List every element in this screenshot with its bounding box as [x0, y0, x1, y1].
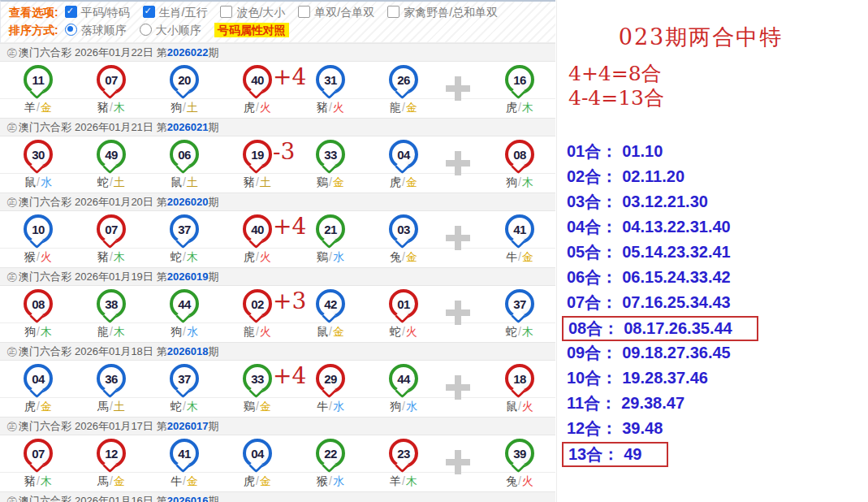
ball-number: 07 — [32, 447, 45, 461]
lottery-ball: 07 — [24, 439, 53, 468]
lottery-ball: 16 — [505, 65, 534, 94]
combo-text: 01合：01.10 — [562, 141, 667, 162]
checkbox-option[interactable]: 家禽野兽/总和单双 — [387, 6, 498, 19]
combo-item: 11合：29.38.47 — [562, 392, 862, 417]
element-char: 金 — [522, 250, 533, 263]
ball-cell: 08 狗/木 — [2, 286, 75, 342]
checkbox-icon[interactable] — [298, 6, 310, 18]
combo-item: 12合：39.48 — [562, 417, 862, 442]
zodiac-label: 鼠/金 — [317, 325, 344, 340]
lottery-name: 澳门六合彩 — [19, 420, 71, 432]
number-attribute-compare-button[interactable]: 号码属性对照 — [214, 23, 289, 37]
combo-value: 19.28.37.46 — [622, 369, 708, 387]
ball-number: 30 — [32, 148, 45, 162]
ball-number: 18 — [513, 372, 526, 386]
ball-cell: 39 兔/火 — [483, 435, 556, 491]
ball-number: 40 — [251, 73, 264, 87]
ball-number: 10 — [32, 223, 45, 236]
lottery-ball: 30 — [24, 140, 53, 169]
element-char: 火 — [522, 400, 533, 413]
zodiac-label: 虎/金 — [24, 400, 52, 414]
checkbox-icon[interactable] — [143, 6, 155, 18]
checkbox-option[interactable]: 生肖/五行 — [143, 6, 208, 19]
issue-suffix: 期 — [208, 270, 218, 283]
radio-label: 大小顺序 — [156, 24, 201, 37]
lottery-ball: 37 — [505, 289, 534, 318]
radio-icon[interactable] — [65, 24, 77, 36]
issue-number[interactable]: 2026019 — [167, 270, 209, 283]
slash-separator: / — [518, 250, 521, 263]
zodiac-label: 虎/火 — [244, 101, 271, 115]
ball-cell: 22 猴/水 — [294, 435, 367, 491]
plus-icon — [446, 375, 470, 400]
checkbox-icon[interactable] — [65, 6, 77, 18]
ball-number: 26 — [397, 73, 410, 87]
radio-icon[interactable] — [140, 24, 152, 36]
plus-icon — [446, 151, 470, 175]
checkbox-label: 生肖/五行 — [159, 6, 208, 19]
zodiac-label: 牛/水 — [317, 400, 344, 414]
balls-row: 08 狗/木 38 龍/木 44 狗/水 02 龍/火 +3 — [0, 286, 555, 342]
zodiac-label: 兔/火 — [506, 474, 533, 489]
zodiac-animal: 蛇 — [390, 325, 401, 338]
issue-suffix: 期 — [208, 196, 218, 208]
certified-icon: ㊣ — [6, 270, 17, 283]
checkbox-icon[interactable] — [220, 6, 232, 18]
issue-number[interactable]: 2026016 — [167, 495, 209, 502]
combo-item: 13合：49 — [562, 442, 862, 467]
balls-row: 30 鼠/水 49 蛇/土 06 鼠/土 19 豬/土 -3 — [0, 136, 555, 193]
zodiac-animal: 牛 — [317, 400, 328, 413]
ball-number: 39 — [513, 447, 526, 461]
zodiac-animal: 鷄 — [244, 400, 255, 413]
issue-suffix: 期 — [208, 420, 218, 432]
ball-number: 37 — [178, 223, 191, 236]
combo-text: 13合：49 — [562, 442, 668, 467]
checkbox-icon[interactable] — [387, 6, 399, 18]
ball-cell: 49 蛇/土 — [75, 136, 148, 193]
panel-title: 023期两合中特 — [557, 23, 868, 52]
combo-text: 07合：07.16.25.34.43 — [562, 292, 736, 314]
issue-number[interactable]: 2026017 — [167, 420, 209, 432]
slash-separator: / — [518, 325, 521, 338]
zodiac-animal: 猴 — [317, 474, 328, 487]
zodiac-animal: 鼠 — [24, 175, 36, 188]
ball-cell: 30 鼠/水 — [2, 136, 75, 193]
draw-header: ㊣澳门六合彩2026年01月21日第2026021期 — [0, 118, 555, 136]
checkbox-option[interactable]: 平码/特码 — [65, 6, 130, 19]
slash-separator: / — [402, 250, 405, 263]
slash-separator: / — [518, 175, 521, 188]
checkbox-option[interactable]: 波色/大小 — [220, 6, 285, 19]
radio-option[interactable]: 落球顺序 — [65, 24, 127, 37]
issue-number[interactable]: 2026018 — [167, 345, 209, 357]
element-char: 水 — [41, 175, 52, 188]
issue-number[interactable]: 2026022 — [167, 46, 209, 58]
slash-separator: / — [256, 101, 259, 114]
issue-number[interactable]: 2026021 — [167, 121, 209, 133]
checkbox-option[interactable]: 单双/合单双 — [298, 6, 374, 19]
element-char: 金 — [260, 474, 271, 487]
zodiac-label: 鷄/金 — [317, 175, 344, 190]
slash-separator: / — [37, 175, 40, 188]
zodiac-label: 豬/土 — [244, 175, 271, 190]
zodiac-animal: 牛 — [171, 474, 182, 487]
zodiac-animal: 龍 — [390, 101, 401, 114]
zodiac-animal: 鼠 — [506, 400, 517, 413]
ball-number: 38 — [105, 297, 118, 311]
view-options-label: 查看选项: — [9, 6, 58, 19]
ball-cell: 41 牛/金 — [483, 211, 556, 267]
combo-text: 05合：05.14.23.32.41 — [562, 241, 736, 263]
right-panel: 023期两合中特 4+4=8合4-4=13合 01合：01.10 02合：02.… — [556, 0, 868, 502]
ball-cell: 33 鷄/金 — [294, 136, 367, 193]
formula-line: 4+4=8合 — [568, 62, 868, 86]
combo-value: 49 — [624, 445, 641, 463]
issue-prefix: 第 — [157, 495, 167, 502]
draw-section-partial: ㊣澳门六合彩2026年01月16日第2026016期 — [0, 491, 555, 502]
radio-option[interactable]: 大小顺序 — [140, 24, 201, 37]
ball-number: 44 — [178, 297, 191, 311]
ball-cell: 12 馬/金 — [75, 435, 148, 491]
issue-number[interactable]: 2026020 — [167, 196, 209, 208]
zodiac-label: 蛇/火 — [390, 325, 417, 340]
draw-header: ㊣澳门六合彩2026年01月18日第2026018期 — [0, 342, 555, 361]
slash-separator: / — [37, 400, 40, 413]
slash-separator: / — [402, 400, 405, 413]
